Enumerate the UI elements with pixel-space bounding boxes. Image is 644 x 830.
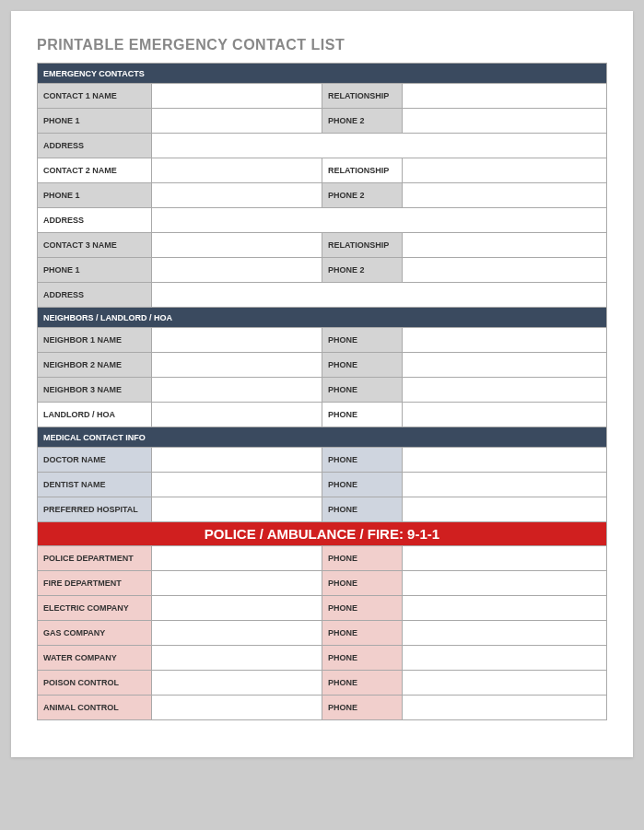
gas-phone-label: PHONE [322,621,402,646]
landlord-name-label: LANDLORD / HOA [38,403,152,427]
poison-phone-label: PHONE [322,671,402,696]
water-phone-value[interactable] [402,646,607,671]
contact3-rel-label: RELATIONSHIP [322,233,402,258]
contact3-phone2-label: PHONE 2 [322,258,402,283]
hospital-name-label: PREFERRED HOSPITAL [38,497,152,522]
contact2-phone1-value[interactable] [151,183,322,208]
neighbor3-name-value[interactable] [151,378,322,403]
neighbor1-name-label: NEIGHBOR 1 NAME [38,328,152,353]
neighbor2-phone-label: PHONE [322,353,402,378]
police-phone-value[interactable] [402,546,607,571]
contact1-phone2-label: PHONE 2 [322,109,402,134]
fire-dept-label: FIRE DEPARTMENT [38,571,152,596]
landlord-phone-value[interactable] [402,403,607,427]
water-label: WATER COMPANY [38,646,152,671]
contact3-addr-label: ADDRESS [38,283,152,308]
contact3-addr-value[interactable] [151,283,606,308]
poison-phone-value[interactable] [402,671,607,696]
neighbor2-name-value[interactable] [151,353,322,378]
neighbor3-phone-label: PHONE [322,378,402,403]
contact2-name-label: CONTACT 2 NAME [38,158,152,183]
electric-label: ELECTRIC COMPANY [38,596,152,621]
neighbor1-phone-label: PHONE [322,328,402,353]
fire-dept-value[interactable] [151,571,322,596]
section-header-medical: MEDICAL CONTACT INFO [38,427,607,448]
police-phone-label: PHONE [322,546,402,571]
hospital-name-value[interactable] [151,497,322,522]
contact1-rel-value[interactable] [402,84,607,109]
contact1-addr-value[interactable] [151,134,606,158]
contact1-addr-label: ADDRESS [38,134,152,158]
contact2-phone2-value[interactable] [402,183,607,208]
page-title: PRINTABLE EMERGENCY CONTACT LIST [37,37,607,53]
hospital-phone-value[interactable] [402,497,607,522]
section-header-emergency: EMERGENCY CONTACTS [38,64,607,84]
neighbor2-name-label: NEIGHBOR 2 NAME [38,353,152,378]
dentist-name-value[interactable] [151,473,322,497]
gas-label: GAS COMPANY [38,621,152,646]
gas-value[interactable] [151,621,322,646]
animal-phone-value[interactable] [402,696,607,720]
dentist-name-label: DENTIST NAME [38,473,152,497]
landlord-phone-label: PHONE [322,403,402,427]
electric-phone-value[interactable] [402,596,607,621]
poison-label: POISON CONTROL [38,671,152,696]
fire-phone-label: PHONE [322,571,402,596]
contact1-phone1-value[interactable] [151,109,322,134]
contact3-phone1-label: PHONE 1 [38,258,152,283]
neighbor3-name-label: NEIGHBOR 3 NAME [38,378,152,403]
doctor-phone-label: PHONE [322,448,402,473]
contact2-addr-label: ADDRESS [38,208,152,233]
landlord-name-value[interactable] [151,403,322,427]
contact3-rel-value[interactable] [402,233,607,258]
gas-phone-value[interactable] [402,621,607,646]
police-dept-label: POLICE DEPARTMENT [38,546,152,571]
contact1-phone2-value[interactable] [402,109,607,134]
hospital-phone-label: PHONE [322,497,402,522]
contact2-name-value[interactable] [151,158,322,183]
neighbor1-name-value[interactable] [151,328,322,353]
animal-value[interactable] [151,696,322,720]
contact3-phone1-value[interactable] [151,258,322,283]
doctor-name-value[interactable] [151,448,322,473]
contact3-name-value[interactable] [151,233,322,258]
poison-value[interactable] [151,671,322,696]
water-value[interactable] [151,646,322,671]
document-page: PRINTABLE EMERGENCY CONTACT LIST EMERGEN… [11,11,633,757]
contact-table: EMERGENCY CONTACTS CONTACT 1 NAME RELATI… [37,63,607,720]
dentist-phone-label: PHONE [322,473,402,497]
contact2-addr-value[interactable] [151,208,606,233]
neighbor2-phone-value[interactable] [402,353,607,378]
contact3-name-label: CONTACT 3 NAME [38,233,152,258]
contact2-rel-value[interactable] [402,158,607,183]
contact1-name-label: CONTACT 1 NAME [38,84,152,109]
dentist-phone-value[interactable] [402,473,607,497]
doctor-name-label: DOCTOR NAME [38,448,152,473]
contact2-phone1-label: PHONE 1 [38,183,152,208]
contact2-phone2-label: PHONE 2 [322,183,402,208]
contact1-name-value[interactable] [151,84,322,109]
animal-label: ANIMAL CONTROL [38,696,152,720]
electric-phone-label: PHONE [322,596,402,621]
neighbor3-phone-value[interactable] [402,378,607,403]
contact1-rel-label: RELATIONSHIP [322,84,402,109]
animal-phone-label: PHONE [322,696,402,720]
water-phone-label: PHONE [322,646,402,671]
section-header-neighbors: NEIGHBORS / LANDLORD / HOA [38,308,607,328]
contact1-phone1-label: PHONE 1 [38,109,152,134]
fire-phone-value[interactable] [402,571,607,596]
contact3-phone2-value[interactable] [402,258,607,283]
section-header-police: POLICE / AMBULANCE / FIRE: 9-1-1 [38,522,607,546]
doctor-phone-value[interactable] [402,448,607,473]
police-dept-value[interactable] [151,546,322,571]
contact2-rel-label: RELATIONSHIP [322,158,402,183]
neighbor1-phone-value[interactable] [402,328,607,353]
electric-value[interactable] [151,596,322,621]
